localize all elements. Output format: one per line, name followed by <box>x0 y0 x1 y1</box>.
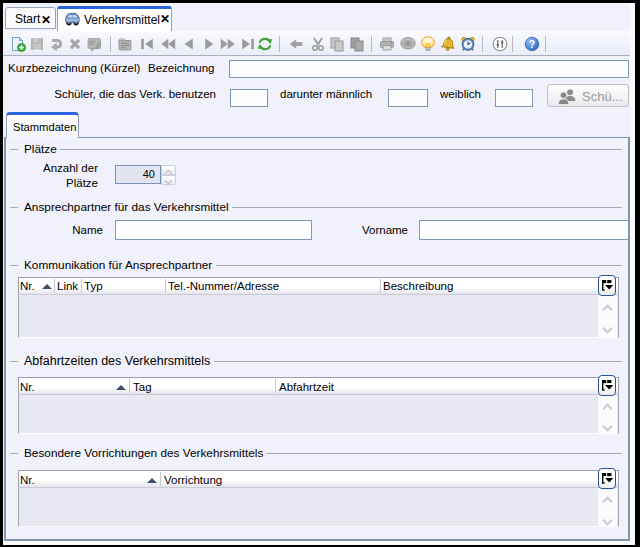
svg-text:?: ? <box>529 38 535 50</box>
